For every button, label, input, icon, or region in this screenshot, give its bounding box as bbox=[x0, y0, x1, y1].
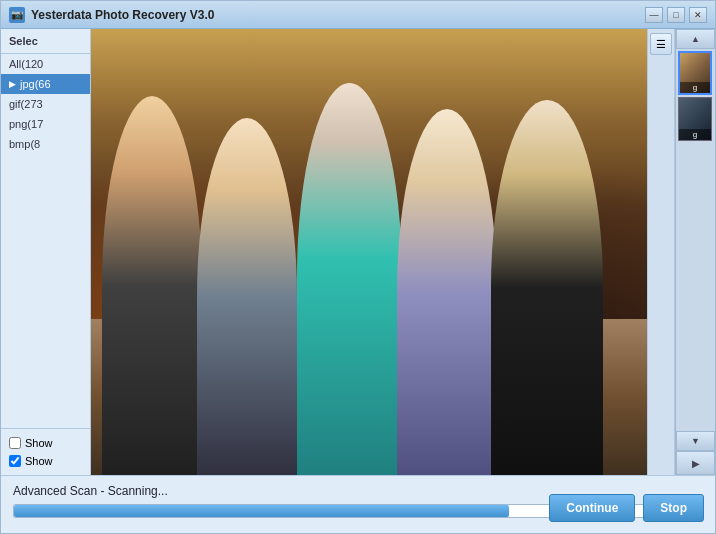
thumb-expand-button[interactable]: ▶ bbox=[676, 451, 715, 475]
thumb-label-2: g bbox=[679, 129, 711, 140]
sidebar-item-gif[interactable]: gif(273 bbox=[1, 94, 90, 114]
stop-button[interactable]: Stop bbox=[643, 494, 704, 522]
thumbnail-item-2[interactable]: g bbox=[678, 97, 712, 141]
continue-button[interactable]: Continue bbox=[549, 494, 635, 522]
person-3 bbox=[297, 83, 403, 475]
main-window: 📷 Yesterdata Photo Recovery V3.0 — □ ✕ S… bbox=[0, 0, 716, 534]
window-title: Yesterdata Photo Recovery V3.0 bbox=[31, 8, 645, 22]
sidebar: Selec All(120 ▶ jpg(66 gif(273 png(17 bm… bbox=[1, 29, 91, 475]
main-content bbox=[91, 29, 647, 475]
person-5 bbox=[491, 100, 602, 475]
thumb-label-1: g bbox=[680, 82, 710, 93]
close-button[interactable]: ✕ bbox=[689, 7, 707, 23]
person-4 bbox=[397, 109, 497, 475]
title-bar: 📷 Yesterdata Photo Recovery V3.0 — □ ✕ bbox=[1, 1, 715, 29]
content-area: Selec All(120 ▶ jpg(66 gif(273 png(17 bm… bbox=[1, 29, 715, 475]
maximize-button[interactable]: □ bbox=[667, 7, 685, 23]
checkbox-item-1: Show bbox=[9, 437, 82, 449]
thumbnail-panel: ▲ g g ▼ ▶ bbox=[675, 29, 715, 475]
person-2 bbox=[197, 118, 297, 475]
bottom-buttons: Continue Stop bbox=[549, 494, 704, 522]
sidebar-item-all[interactable]: All(120 bbox=[1, 54, 90, 74]
sidebar-header: Selec bbox=[1, 29, 90, 54]
minimize-button[interactable]: — bbox=[645, 7, 663, 23]
sidebar-item-jpg[interactable]: ▶ jpg(66 bbox=[1, 74, 90, 94]
photo-preview bbox=[91, 29, 647, 475]
list-icon: ☰ bbox=[656, 38, 666, 51]
person-1 bbox=[102, 96, 202, 475]
icon-bar: ☰ bbox=[647, 29, 675, 475]
sidebar-checkboxes: Show Show bbox=[1, 428, 90, 475]
checkbox-1[interactable] bbox=[9, 437, 21, 449]
progress-bar-fill bbox=[14, 505, 509, 517]
thumbnail-list: g g bbox=[676, 49, 715, 431]
sidebar-item-png[interactable]: png(17 bbox=[1, 114, 90, 134]
preview-area bbox=[91, 29, 647, 475]
window-controls: — □ ✕ bbox=[645, 7, 707, 23]
app-icon: 📷 bbox=[9, 7, 25, 23]
arrow-icon: ▶ bbox=[9, 79, 16, 89]
checkbox-item-2: Show bbox=[9, 455, 82, 467]
sidebar-item-bmp[interactable]: bmp(8 bbox=[1, 134, 90, 154]
checkbox-2[interactable] bbox=[9, 455, 21, 467]
thumb-scroll-down-button[interactable]: ▼ bbox=[676, 431, 715, 451]
thumbnail-item-1[interactable]: g bbox=[678, 51, 712, 95]
list-view-button[interactable]: ☰ bbox=[650, 33, 672, 55]
thumb-scroll-up-button[interactable]: ▲ bbox=[676, 29, 715, 49]
